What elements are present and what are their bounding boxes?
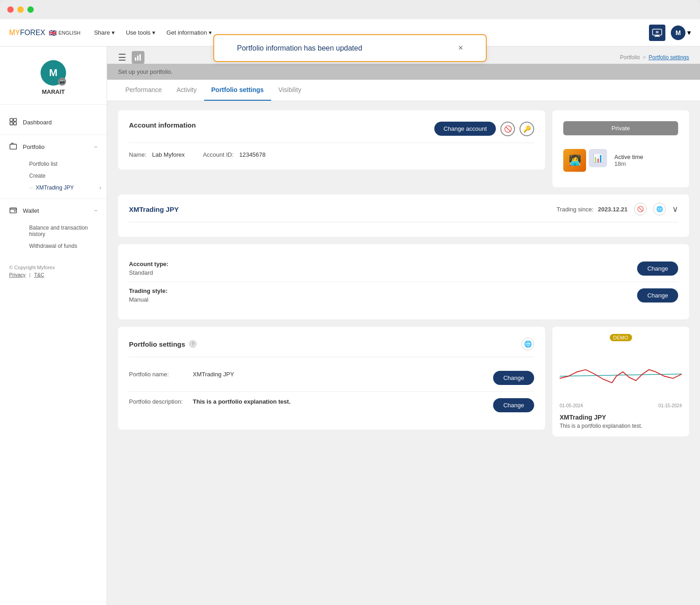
- change-account-button[interactable]: Change account: [434, 122, 496, 136]
- chart-svg: [560, 347, 682, 401]
- account-id-value: 12345678: [239, 151, 266, 158]
- trading-style-label: Trading style:: [129, 287, 168, 294]
- sidebar-sub-withdrawal[interactable]: Withdrawal of funds: [24, 240, 107, 252]
- account-type-label: Account type:: [129, 261, 169, 267]
- notification-overlay: Portfolio information has been updated ×: [0, 27, 700, 69]
- tab-performance[interactable]: Performance: [118, 80, 169, 101]
- sidebar-item-portfolio[interactable]: Portfolio −: [0, 138, 107, 156]
- chart-labels: 01-05-2024 01-15-2024: [560, 403, 682, 408]
- sidebar-item-label: Portfolio: [23, 144, 45, 150]
- trading-since: Trading since: 2023.12.21: [556, 206, 628, 213]
- account-info-title: Account information: [129, 121, 196, 129]
- account-id-field: Account ID: 12345678: [203, 150, 266, 159]
- chart-description: This is a portfolio explanation test.: [560, 423, 682, 429]
- account-type-change-button[interactable]: Change: [637, 261, 678, 276]
- xm-divider: [129, 222, 678, 222]
- notification-close-button[interactable]: ×: [449, 43, 463, 53]
- globe-icon-sm[interactable]: 🌐: [653, 203, 666, 215]
- sidebar-item-dashboard[interactable]: Dashboard: [0, 113, 107, 132]
- notification-banner: Portfolio information has been updated ×: [213, 34, 487, 62]
- close-traffic-light[interactable]: [7, 6, 14, 13]
- illustration: 👩‍💻 📊: [563, 149, 607, 172]
- portfolio-settings-section: Portfolio settings ? 🌐 Portfolio name: X…: [118, 327, 689, 437]
- ps-title: Portfolio settings: [129, 340, 185, 348]
- sidebar-sub-balance[interactable]: Balance and transaction history: [24, 222, 107, 240]
- sidebar: M 📷 MARAIT Dashboard Portfolio: [0, 46, 107, 605]
- help-icon[interactable]: ?: [189, 340, 197, 348]
- active-time-value: 18m: [614, 160, 643, 167]
- key-icon-button[interactable]: 🔑: [520, 122, 534, 136]
- copyright: © Copyright Myforex: [9, 265, 98, 270]
- illus-box-1: 👩‍💻: [563, 149, 586, 172]
- chart-date-1: 01-05-2024: [560, 403, 583, 408]
- account-details-card: Account type: Standard Change Trading st…: [118, 244, 689, 319]
- tc-link[interactable]: T&C: [34, 272, 44, 277]
- sidebar-footer-links: Privacy | T&C: [9, 272, 98, 277]
- privacy-link[interactable]: Privacy: [9, 272, 26, 277]
- ban-icon-sm[interactable]: 🚫: [634, 203, 647, 215]
- svg-rect-4: [10, 118, 13, 121]
- mini-chart: [560, 347, 682, 401]
- portfolio-name-label: Portfolio name:: [129, 371, 193, 378]
- tab-visibility[interactable]: Visibility: [271, 80, 309, 101]
- xm-header: XMTrading JPY Trading since: 2023.12.21 …: [129, 203, 678, 215]
- portfolio-name-value: XMTrading JPY: [193, 371, 486, 378]
- sidebar-divider-2: [0, 198, 107, 199]
- trading-since-value: 2023.12.21: [598, 206, 628, 213]
- sidebar-sub-xmtrading[interactable]: ··· XMTrading JPY ›: [24, 182, 107, 194]
- collapse-icon-2: −: [94, 207, 98, 214]
- svg-rect-5: [14, 118, 16, 121]
- portfolio-name-change-button[interactable]: Change: [493, 371, 534, 385]
- tab-activity[interactable]: Activity: [169, 80, 204, 101]
- chevron-down-icon[interactable]: ∨: [672, 204, 678, 214]
- active-time-info: Active time 18m: [614, 154, 643, 167]
- account-info-header: Account information Change account 🚫 🔑: [129, 121, 534, 143]
- name-value: Lab Myforex: [152, 151, 185, 158]
- portfolio-desc-label: Portfolio description:: [129, 398, 193, 405]
- portfolio-name-row: Portfolio name: XMTrading JPY Change: [129, 364, 534, 392]
- active-time-label: Active time: [614, 154, 643, 160]
- tab-portfolio-settings[interactable]: Portfolio settings: [204, 80, 271, 101]
- app-wrapper: MYFOREX 🇬🇧 ENGLISH Share ▾ Use tools ▾ G…: [0, 19, 700, 605]
- sidebar-item-label: Wallet: [23, 207, 39, 214]
- trading-style-row: Trading style: Manual Change: [129, 287, 678, 303]
- demo-badge: DEMO: [610, 334, 632, 341]
- ban-icon-button[interactable]: 🚫: [500, 122, 515, 136]
- trading-style-change-button[interactable]: Change: [637, 288, 678, 302]
- globe-icon-ps[interactable]: 🌐: [521, 338, 534, 350]
- portfolio-desc-row: Portfolio description: This is a portfol…: [129, 392, 534, 419]
- sidebar-sub-wallet: Balance and transaction history Withdraw…: [0, 220, 107, 254]
- main-area: M 📷 MARAIT Dashboard Portfolio: [0, 46, 700, 605]
- portfolio-desc-change-button[interactable]: Change: [493, 398, 534, 412]
- account-type-section: Account type: Standard Change: [129, 255, 678, 282]
- xmtrading-label: XMTrading JPY: [36, 185, 74, 191]
- sidebar-footer: © Copyright Myforex Privacy | T&C: [0, 257, 107, 285]
- account-type-value: Standard: [129, 269, 169, 276]
- sidebar-item-wallet[interactable]: Wallet −: [0, 201, 107, 220]
- account-section: Account information Change account 🚫 🔑 N…: [118, 110, 689, 195]
- chart-card: DEMO 01-05-202: [552, 327, 689, 436]
- sidebar-sub-portfolio-list[interactable]: Portfolio list: [24, 158, 107, 170]
- portfolio-desc-value: This is a portfolio explanation test.: [193, 398, 486, 405]
- xm-title: XMTrading JPY: [129, 205, 179, 213]
- account-fields-row: Name: Lab Myforex Account ID: 12345678: [129, 150, 534, 159]
- tab-bar: Performance Activity Portfolio settings …: [107, 80, 700, 101]
- minimize-traffic-light[interactable]: [17, 6, 24, 13]
- sidebar-sub-create[interactable]: Create: [24, 170, 107, 182]
- chevron-right-icon: ›: [99, 185, 101, 191]
- sidebar-nav: Dashboard Portfolio − Portfolio list Cre…: [0, 109, 107, 257]
- top-bar-text: Set up your portfolio.: [118, 68, 689, 75]
- chart-date-2: 01-15-2024: [659, 403, 682, 408]
- chart-title: XMTrading JPY: [560, 414, 682, 421]
- camera-icon[interactable]: 📷: [58, 77, 66, 86]
- dashboard-icon: [9, 118, 17, 127]
- maximize-traffic-light[interactable]: [27, 6, 34, 13]
- ps-title-row: Portfolio settings ?: [129, 340, 197, 348]
- svg-rect-6: [10, 122, 13, 125]
- svg-rect-9: [10, 208, 16, 213]
- footer-separator: |: [29, 272, 31, 277]
- name-label: Name:: [129, 151, 146, 158]
- svg-rect-8: [10, 144, 16, 149]
- private-badge: Private: [563, 121, 678, 135]
- account-main-col: Account information Change account 🚫 🔑 N…: [118, 110, 545, 195]
